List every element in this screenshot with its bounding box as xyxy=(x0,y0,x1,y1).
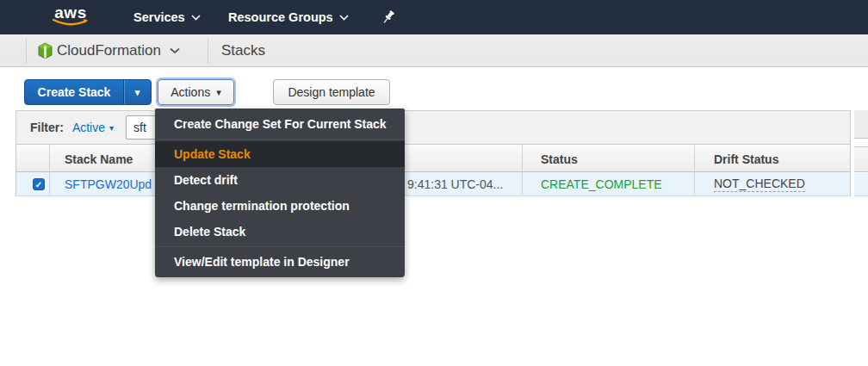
service-bar: CloudFormation Stacks xyxy=(0,34,868,67)
breadcrumb-service-label: CloudFormation xyxy=(57,42,161,59)
cloudformation-icon xyxy=(38,42,53,59)
design-template-label: Design template xyxy=(288,85,375,99)
design-template-button[interactable]: Design template xyxy=(273,79,390,105)
filter-bar-continuation xyxy=(854,110,868,139)
menu-item-delete-stack[interactable]: Delete Stack xyxy=(155,219,405,245)
column-divider xyxy=(49,172,50,195)
header-stack-name[interactable]: Stack Name xyxy=(65,145,133,173)
status-cell: CREATE_COMPLETE xyxy=(541,172,662,196)
breadcrumb-service-menu[interactable]: CloudFormation xyxy=(57,34,180,67)
nav-services-label: Services xyxy=(133,10,185,24)
filter-label: Filter: xyxy=(30,121,64,134)
nav-resource-groups-menu[interactable]: Resource Groups xyxy=(228,0,349,34)
chevron-down-icon xyxy=(339,15,349,21)
column-divider xyxy=(694,172,695,195)
menu-item-change-termination-protection[interactable]: Change termination protection xyxy=(155,193,405,219)
caret-down-icon: ▾ xyxy=(216,87,221,98)
create-stack-button[interactable]: Create Stack ▾ xyxy=(24,79,152,105)
divider xyxy=(26,38,27,64)
row-checkbox[interactable]: ✓ xyxy=(33,178,45,190)
divider xyxy=(208,38,208,64)
column-divider xyxy=(694,145,695,171)
actions-label: Actions xyxy=(170,85,210,99)
chevron-down-icon xyxy=(170,47,180,54)
breadcrumb-page-label: Stacks xyxy=(221,34,265,67)
menu-item-create-change-set[interactable]: Create Change Set For Current Stack xyxy=(155,111,405,137)
chevron-down-icon xyxy=(191,15,201,21)
create-stack-label: Create Stack xyxy=(25,85,123,99)
menu-divider xyxy=(155,246,405,247)
column-divider xyxy=(49,145,50,171)
column-divider xyxy=(522,172,523,195)
header-drift-status[interactable]: Drift Status xyxy=(714,145,778,173)
nav-resource-groups-label: Resource Groups xyxy=(228,10,333,24)
column-divider xyxy=(522,145,523,171)
stack-name-link[interactable]: SFTPGW20Upd xyxy=(65,172,152,196)
caret-down-icon: ▾ xyxy=(135,87,140,98)
cloudformation-console: aws Services Resource Groups xyxy=(0,0,868,366)
created-time-cell: 9:41:31 UTC-04... xyxy=(407,172,503,196)
filter-active-dropdown[interactable]: Active ▾ xyxy=(72,121,114,134)
checkmark-icon: ✓ xyxy=(35,180,42,189)
aws-logo-text: aws xyxy=(50,4,91,22)
menu-divider xyxy=(155,139,405,140)
actions-button[interactable]: Actions ▾ xyxy=(158,79,234,105)
aws-logo[interactable]: aws xyxy=(50,4,91,30)
table-row: ✓ SFTPGW20Upd 9:41:31 UTC-04... CREATE_C… xyxy=(16,172,851,196)
table-header-row: Stack Name Status Drift Status xyxy=(16,144,851,172)
nav-services-menu[interactable]: Services xyxy=(133,0,201,34)
caret-down-icon: ▾ xyxy=(109,123,114,133)
actions-dropdown-menu: Create Change Set For Current Stack Upda… xyxy=(155,109,405,277)
header-status[interactable]: Status xyxy=(541,145,578,173)
menu-item-view-edit-template[interactable]: View/Edit template in Designer xyxy=(155,249,405,275)
top-nav-bar: aws Services Resource Groups xyxy=(0,0,868,34)
create-stack-split-caret[interactable]: ▾ xyxy=(123,80,151,104)
pushpin-icon[interactable] xyxy=(380,9,397,26)
table-row-continuation xyxy=(854,173,868,196)
table-header-continuation xyxy=(854,146,868,172)
menu-item-update-stack[interactable]: Update Stack xyxy=(155,141,405,167)
menu-item-detect-drift[interactable]: Detect drift xyxy=(155,167,405,193)
drift-status-cell: NOT_CHECKED xyxy=(714,172,805,196)
filter-bar: Filter: Active ▾ xyxy=(16,110,851,144)
filter-active-label: Active xyxy=(72,121,105,134)
drift-status-value: NOT_CHECKED xyxy=(714,177,805,192)
